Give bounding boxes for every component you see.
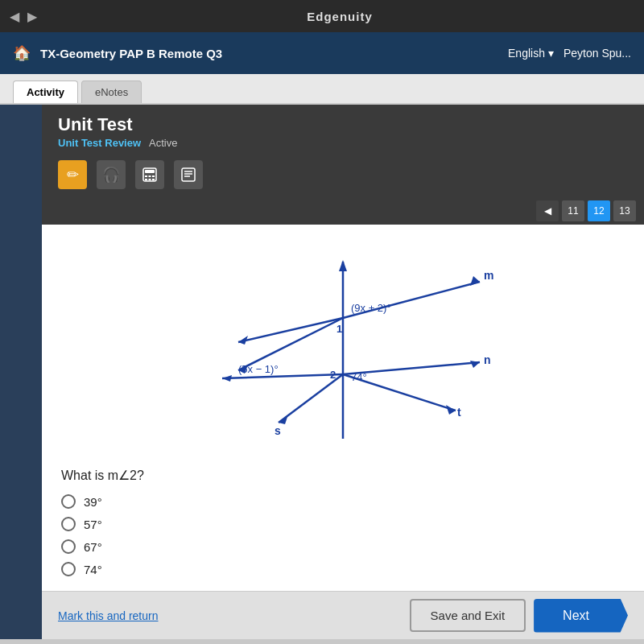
toolbar: ✏ 🎧 (42, 155, 644, 197)
label-t: t (457, 406, 461, 419)
svg-rect-5 (145, 179, 147, 180)
label-2: 2 (330, 369, 336, 381)
unit-subtitle: Unit Test Review (58, 137, 141, 149)
unit-title: Unit Test (58, 114, 628, 135)
label-s: s (275, 424, 281, 437)
answer-option-4[interactable]: 74° (61, 562, 625, 576)
radio-3[interactable] (61, 539, 76, 554)
svg-marker-22 (279, 415, 288, 424)
svg-marker-24 (446, 405, 456, 415)
angle-9x-label: (9x + 2)° (351, 302, 391, 314)
svg-line-15 (238, 318, 343, 342)
page-12-button[interactable]: 12 (588, 200, 610, 221)
course-title: TX-Geometry PAP B Remote Q3 (40, 47, 498, 60)
svg-rect-3 (149, 175, 151, 177)
svg-rect-7 (152, 179, 155, 180)
label-m: m (484, 269, 493, 282)
action-bar: Mark this and return Save and Exit Next (42, 591, 644, 639)
chevron-down-icon: ▾ (548, 47, 554, 60)
page-11-button[interactable]: 11 (562, 200, 584, 221)
save-exit-button[interactable]: Save and Exit (410, 599, 526, 632)
svg-rect-1 (145, 170, 155, 173)
language-selector[interactable]: English ▾ (508, 47, 554, 60)
language-label: English (508, 47, 545, 60)
answer-label-1: 39° (84, 495, 102, 509)
answer-option-3[interactable]: 67° (61, 539, 625, 554)
back-icon[interactable]: ◀ (10, 9, 19, 24)
answer-option-1[interactable]: 39° (61, 494, 625, 509)
tab-enotes-label: eNotes (95, 86, 128, 98)
answer-label-2: 57° (84, 518, 102, 531)
tab-bar: Activity eNotes (0, 74, 644, 105)
question-area: m n s t (9x + 2)° (5x − 1)° 1 (42, 225, 644, 591)
pagination-bar: ◀ 11 12 13 (42, 197, 644, 225)
reference-tool-button[interactable] (174, 160, 203, 189)
label-n: n (484, 353, 491, 366)
geometry-diagram: m n s t (9x + 2)° (5x − 1)° 1 (158, 237, 528, 455)
answer-label-3: 67° (84, 540, 102, 554)
radio-2[interactable] (61, 517, 76, 531)
diagram-container: m n s t (9x + 2)° (5x − 1)° 1 (61, 237, 625, 455)
question-text: What is m∠2? (61, 468, 625, 483)
main-content: Unit Test Unit Test Review Active ✏ 🎧 (0, 105, 644, 639)
content-panel: Unit Test Unit Test Review Active ✏ 🎧 (42, 105, 644, 639)
svg-rect-2 (145, 175, 147, 177)
svg-line-21 (279, 374, 343, 423)
left-sidebar (0, 105, 42, 639)
svg-rect-4 (152, 175, 155, 177)
user-name: Peyton Spu... (564, 47, 631, 60)
mark-return-link[interactable]: Mark this and return (58, 609, 410, 622)
radio-1[interactable] (61, 494, 76, 509)
tab-activity-label: Activity (27, 86, 64, 98)
app-header: 🏠 TX-Geometry PAP B Remote Q3 English ▾ … (0, 32, 644, 74)
headphones-tool-button[interactable]: 🎧 (97, 160, 126, 189)
answer-option-2[interactable]: 57° (61, 517, 625, 531)
angle-74-label: 74° (351, 371, 367, 383)
unit-header: Unit Test Unit Test Review Active (42, 105, 644, 155)
browser-title: Edgenuity (45, 10, 634, 23)
tab-activity[interactable]: Activity (13, 80, 78, 103)
home-icon[interactable]: 🏠 (13, 44, 31, 62)
answer-label-4: 74° (84, 563, 102, 576)
tab-enotes[interactable]: eNotes (81, 80, 142, 103)
unit-subtitle-row: Unit Test Review Active (58, 137, 628, 149)
svg-marker-20 (222, 375, 232, 382)
svg-marker-27 (339, 260, 347, 271)
prev-page-button[interactable]: ◀ (536, 200, 559, 221)
pencil-tool-button[interactable]: ✏ (58, 160, 87, 189)
forward-icon[interactable]: ▶ (27, 9, 37, 24)
browser-bar: ◀ ▶ Edgenuity (0, 0, 644, 32)
radio-4[interactable] (61, 562, 76, 576)
calculator-tool-button[interactable] (135, 160, 164, 189)
svg-marker-14 (470, 276, 480, 286)
page-13-button[interactable]: 13 (613, 200, 636, 221)
label-1: 1 (336, 323, 342, 335)
svg-rect-6 (149, 179, 151, 180)
angle-5x-label: (5x − 1)° (238, 363, 279, 375)
next-button[interactable]: Next (534, 599, 628, 633)
svg-rect-8 (182, 168, 195, 181)
unit-status: Active (149, 137, 177, 149)
